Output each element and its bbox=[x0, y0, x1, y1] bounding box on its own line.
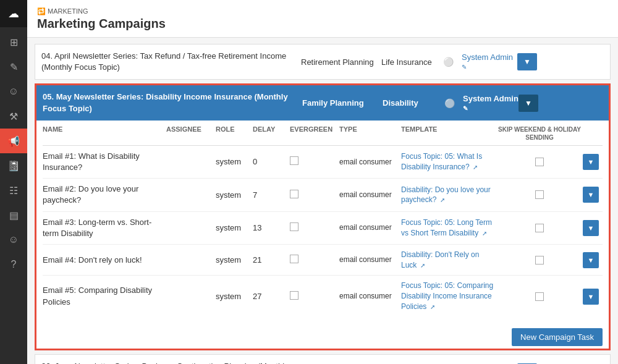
task-5-type: email consumer bbox=[339, 291, 401, 302]
task-1-skip-checkbox[interactable] bbox=[535, 158, 544, 166]
may-campaign-name: 05. May Newsletter Series: Disability In… bbox=[43, 91, 302, 114]
new-task-bar: New Campaign Task bbox=[36, 323, 609, 349]
task-row-4: Email #4: Don't rely on luck! system 21 … bbox=[43, 245, 603, 276]
april-dropdown-button[interactable]: ▼ bbox=[517, 53, 537, 70]
task-3-role: system bbox=[216, 223, 253, 232]
task-3-dropdown-button[interactable]: ▼ bbox=[583, 220, 599, 236]
task-4-action-cell: ▼ bbox=[583, 252, 603, 268]
task-1-type: email consumer bbox=[339, 157, 401, 167]
task-4-delay: 21 bbox=[253, 255, 290, 265]
tasks-table: NAME ASSIGNEE ROLE DELAY EVERGREEN TYPE … bbox=[36, 121, 609, 323]
sidebar-item-contacts[interactable]: ☺ bbox=[0, 79, 27, 104]
sidebar-item-chart[interactable]: ▤ bbox=[0, 203, 27, 227]
task-5-skip-checkbox[interactable] bbox=[535, 292, 544, 301]
task-2-type: email consumer bbox=[339, 190, 401, 200]
task-1-evergreen-cell bbox=[290, 156, 339, 167]
april-globe-icon: ⚪ bbox=[443, 57, 462, 67]
sidebar: ☁ ⊞ ✎ ☺ ⚒ 📢 📓 ☷ ▤ ☺ ? bbox=[0, 0, 27, 364]
task-5-role: system bbox=[216, 292, 253, 301]
sidebar-logo[interactable]: ☁ bbox=[0, 0, 27, 27]
task-1-evergreen-checkbox[interactable] bbox=[290, 156, 298, 165]
task-1-action-cell: ▼ bbox=[583, 154, 603, 170]
may-dropdown-button[interactable]: ▼ bbox=[519, 95, 538, 112]
sidebar-item-hierarchy[interactable]: ⚒ bbox=[0, 104, 27, 129]
sidebar-item-marketing[interactable]: 📢 bbox=[0, 129, 27, 153]
task-5-dropdown-button[interactable]: ▼ bbox=[583, 289, 599, 305]
tasks-table-header: NAME ASSIGNEE ROLE DELAY EVERGREEN TYPE … bbox=[43, 121, 603, 146]
task-1-dropdown-button[interactable]: ▼ bbox=[583, 154, 599, 170]
sidebar-item-edit[interactable]: ✎ bbox=[0, 54, 27, 79]
col-assignee: ASSIGNEE bbox=[166, 125, 216, 142]
task-2-action-cell: ▼ bbox=[583, 187, 603, 203]
task-row-5: Email #5: Comparing Disability Policies … bbox=[43, 276, 603, 316]
task-2-evergreen-cell bbox=[290, 190, 339, 200]
user-icon: ☺ bbox=[9, 234, 19, 245]
task-4-evergreen-checkbox[interactable] bbox=[290, 255, 298, 263]
april-campaign-type: Life Insurance bbox=[381, 57, 443, 67]
task-3-action-cell: ▼ bbox=[583, 220, 603, 236]
main-area: 🔁 MARKETING Marketing Campaigns 04. Apri… bbox=[27, 0, 618, 364]
contact-icon: ☺ bbox=[9, 86, 19, 97]
task-4-role: system bbox=[216, 255, 253, 265]
task-2-skip-checkbox[interactable] bbox=[535, 190, 544, 199]
task-3-skip-checkbox[interactable] bbox=[535, 224, 544, 232]
task-3-evergreen-checkbox[interactable] bbox=[290, 222, 298, 231]
dashboard-icon: ⊞ bbox=[10, 36, 18, 48]
task-1-template[interactable]: Focus Topic: 05: What Is Disability Insu… bbox=[401, 151, 496, 172]
task-row-1: Email #1: What is Disability Insurance? … bbox=[43, 146, 603, 179]
task-5-action-cell: ▼ bbox=[583, 289, 603, 305]
task-3-skip-cell bbox=[496, 224, 583, 232]
task-3-delay: 13 bbox=[253, 223, 290, 232]
col-action bbox=[583, 125, 603, 142]
book-icon: 📓 bbox=[7, 160, 20, 172]
task-4-skip-cell bbox=[496, 256, 583, 265]
active-campaign-block: 05. May Newsletter Series: Disability In… bbox=[35, 83, 611, 350]
task-5-evergreen-cell bbox=[290, 291, 339, 302]
task-5-name: Email #5: Comparing Disability Policies bbox=[43, 285, 166, 307]
page-title: Marketing Campaigns bbox=[37, 17, 608, 31]
task-3-evergreen-cell bbox=[290, 222, 339, 233]
may-admin: System Admin ✎ bbox=[463, 94, 519, 112]
task-2-evergreen-checkbox[interactable] bbox=[290, 190, 298, 198]
task-row-2: Email #2: Do you love your paycheck? sys… bbox=[43, 179, 603, 211]
col-name: NAME bbox=[43, 125, 166, 142]
task-1-role: system bbox=[216, 157, 253, 166]
logo-icon: ☁ bbox=[8, 7, 19, 20]
campaign-row-april[interactable]: 04. April Newsletter Series: Tax Refund … bbox=[35, 44, 611, 80]
campaign-row-june[interactable]: 06. June Newsletter Series: Business Con… bbox=[35, 354, 611, 364]
page-header: 🔁 MARKETING Marketing Campaigns bbox=[27, 0, 618, 38]
task-4-type: email consumer bbox=[339, 255, 401, 265]
task-row-3: Email #3: Long-term vs. Short-term Disab… bbox=[43, 212, 603, 245]
task-2-dropdown-button[interactable]: ▼ bbox=[583, 187, 599, 203]
sidebar-item-dashboard[interactable]: ⊞ bbox=[0, 30, 27, 54]
task-2-template[interactable]: Disability: Do you love your paycheck? ➚ bbox=[401, 185, 496, 206]
task-3-template[interactable]: Focus Topic: 05: Long Term vs Short Term… bbox=[401, 218, 496, 239]
sidebar-item-help[interactable]: ? bbox=[0, 252, 27, 277]
task-5-delay: 27 bbox=[253, 292, 290, 301]
may-campaign-type: Disability bbox=[383, 98, 444, 108]
sidebar-item-cart[interactable]: ☷ bbox=[0, 178, 27, 203]
col-skip: SKIP WEEKEND & HOLIDAY SENDING bbox=[496, 125, 583, 142]
task-5-evergreen-checkbox[interactable] bbox=[290, 291, 298, 300]
may-globe-icon: ⚪ bbox=[444, 98, 463, 108]
task-4-dropdown-button[interactable]: ▼ bbox=[583, 252, 599, 268]
sidebar-item-user[interactable]: ☺ bbox=[0, 227, 27, 252]
task-5-template[interactable]: Focus Topic: 05: Comparing Disability In… bbox=[401, 281, 496, 311]
april-admin: System Admin ✎ bbox=[462, 53, 517, 71]
task-4-skip-checkbox[interactable] bbox=[535, 256, 544, 265]
task-4-name: Email #4: Don't rely on luck! bbox=[43, 255, 166, 266]
may-campaign-category: Family Planning bbox=[302, 98, 383, 108]
col-delay: DELAY bbox=[253, 125, 290, 142]
may-campaign-header[interactable]: 05. May Newsletter Series: Disability In… bbox=[36, 85, 609, 120]
sidebar-item-book[interactable]: 📓 bbox=[0, 153, 27, 178]
task-4-template[interactable]: Disability: Don't Rely on Luck ➚ bbox=[401, 250, 496, 271]
task-1-skip-cell bbox=[496, 158, 583, 166]
col-role: ROLE bbox=[216, 125, 253, 142]
april-campaign-name: 04. April Newsletter Series: Tax Refund … bbox=[41, 51, 301, 73]
task-1-delay: 0 bbox=[253, 157, 290, 166]
hierarchy-icon: ⚒ bbox=[9, 111, 18, 122]
col-template: TEMPLATE bbox=[401, 125, 496, 142]
task-3-type: email consumer bbox=[339, 222, 401, 233]
breadcrumb: 🔁 MARKETING bbox=[37, 7, 608, 15]
new-campaign-task-button[interactable]: New Campaign Task bbox=[512, 328, 603, 346]
